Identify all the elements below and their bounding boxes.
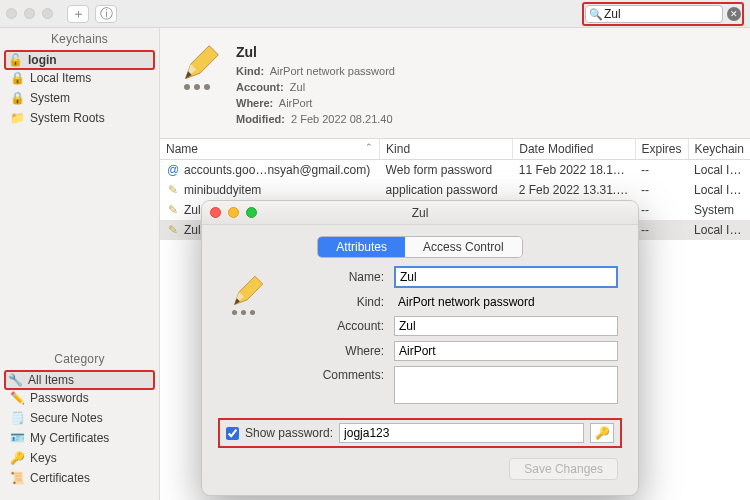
category-item-my-certificates[interactable]: 🪪My Certificates: [6, 428, 153, 448]
close-icon[interactable]: [6, 8, 17, 19]
kind-label: Kind:: [298, 295, 384, 309]
account-value: Zul: [290, 81, 305, 93]
table-row[interactable]: @accounts.goo…nsyah@gmail.com)Web form p…: [160, 160, 750, 181]
item-detail: Zul Kind: AirPort network password Accou…: [160, 28, 750, 138]
lock-icon: 🔓: [8, 53, 22, 67]
table-row[interactable]: ✎minibuddyitemapplication password2 Feb …: [160, 180, 750, 200]
password-field[interactable]: [339, 423, 584, 443]
keychain-item-local-items[interactable]: 🔒Local Items: [6, 68, 153, 88]
clear-search-icon[interactable]: ✕: [727, 7, 741, 21]
col-date[interactable]: Date Modified: [513, 139, 635, 160]
category-item-keys[interactable]: 🔑Keys: [6, 448, 153, 468]
zoom-icon[interactable]: [42, 8, 53, 19]
dialog-window-controls[interactable]: [210, 207, 257, 218]
cell-name: @accounts.goo…nsyah@gmail.com): [160, 160, 380, 181]
sidebar: Keychains 🔓login🔒Local Items🔒System📁Syst…: [0, 28, 160, 500]
category-item-all-items[interactable]: 🔧All Items: [4, 370, 155, 390]
name-input[interactable]: [394, 266, 618, 288]
keychain-item-system[interactable]: 🔒System: [6, 88, 153, 108]
cell-keychain: Local Item: [688, 220, 750, 240]
key-icon[interactable]: 🔑: [590, 423, 614, 443]
keychain-item-login[interactable]: 🔓login: [4, 50, 155, 70]
cell-keychain: Local Item: [688, 180, 750, 200]
close-icon[interactable]: [210, 207, 221, 218]
search-input[interactable]: [604, 7, 718, 21]
toolbar: ＋ ⓘ 🔍 ✕: [0, 0, 750, 28]
category-icon: 🔑: [10, 451, 24, 465]
show-password-checkbox[interactable]: [226, 427, 239, 440]
category-icon: 🗒️: [10, 411, 24, 425]
dialog-item-icon: [228, 273, 266, 311]
folder-icon: 📁: [10, 111, 24, 125]
category-item-certificates[interactable]: 📜Certificates: [6, 468, 153, 488]
show-password-row: Show password: 🔑: [218, 418, 622, 448]
account-label: Account:: [298, 319, 384, 333]
category-icon: 🪪: [10, 431, 24, 445]
window-controls[interactable]: [6, 8, 53, 19]
lock-icon: 🔒: [10, 71, 24, 85]
col-name[interactable]: Name⌃: [160, 139, 380, 160]
pencil-icon: ✎: [166, 223, 180, 237]
cell-keychain: Local Item: [688, 160, 750, 181]
sidebar-item-label: System Roots: [30, 111, 105, 125]
col-expires[interactable]: Expires: [635, 139, 688, 160]
cell-date: 2 Feb 2022 13.31.31: [513, 180, 635, 200]
item-title: Zul: [236, 42, 395, 62]
item-type-icon: [178, 42, 222, 86]
cell-kind: application password: [380, 180, 513, 200]
kind-value: AirPort network password: [270, 65, 395, 77]
where-label: Where:: [236, 97, 273, 109]
keychain-item-system-roots[interactable]: 📁System Roots: [6, 108, 153, 128]
modified-label: Modified:: [236, 113, 285, 125]
kind-value: [394, 293, 618, 311]
category-label: Certificates: [30, 471, 90, 485]
comments-label: Comments:: [298, 366, 384, 382]
table-header-row[interactable]: Name⌃ Kind Date Modified Expires Keychai…: [160, 139, 750, 160]
where-label: Where:: [298, 344, 384, 358]
category-label: Secure Notes: [30, 411, 103, 425]
tab-attributes[interactable]: Attributes: [318, 237, 405, 257]
cell-expires: --: [635, 220, 688, 240]
toolbar-buttons: ＋ ⓘ: [67, 5, 117, 23]
cell-expires: --: [635, 160, 688, 181]
category-item-secure-notes[interactable]: 🗒️Secure Notes: [6, 408, 153, 428]
keychains-header: Keychains: [0, 28, 159, 50]
show-password-label: Show password:: [245, 426, 333, 440]
name-label: Name:: [298, 270, 384, 284]
category-label: Passwords: [30, 391, 89, 405]
sidebar-item-label: login: [28, 53, 57, 67]
pencil-icon: ✎: [166, 183, 180, 197]
sidebar-item-label: System: [30, 91, 70, 105]
tab-access-control[interactable]: Access Control: [405, 237, 522, 257]
category-header: Category: [0, 348, 159, 370]
cell-keychain: System: [688, 200, 750, 220]
category-label: Keys: [30, 451, 57, 465]
search-field-highlight: 🔍 ✕: [582, 2, 744, 26]
col-keychain[interactable]: Keychain: [688, 139, 750, 160]
info-button[interactable]: ⓘ: [95, 5, 117, 23]
sidebar-item-label: Local Items: [30, 71, 91, 85]
cell-expires: --: [635, 200, 688, 220]
minimize-icon[interactable]: [228, 207, 239, 218]
cell-expires: --: [635, 180, 688, 200]
tab-bar: Attributes Access Control: [202, 236, 638, 258]
category-label: All Items: [28, 373, 74, 387]
where-input[interactable]: [394, 341, 618, 361]
account-input[interactable]: [394, 316, 618, 336]
cell-name: ✎minibuddyitem: [160, 180, 380, 200]
save-changes-button: Save Changes: [509, 458, 618, 480]
search-field[interactable]: 🔍: [585, 5, 723, 23]
cell-date: 11 Feb 2022 18.15.10: [513, 160, 635, 181]
lock-icon: 🔒: [10, 91, 24, 105]
category-item-passwords[interactable]: ✏️Passwords: [6, 388, 153, 408]
at-icon: @: [166, 163, 180, 177]
add-button[interactable]: ＋: [67, 5, 89, 23]
zoom-icon[interactable]: [246, 207, 257, 218]
category-label: My Certificates: [30, 431, 109, 445]
where-value: AirPort: [279, 97, 313, 109]
col-kind[interactable]: Kind: [380, 139, 513, 160]
cell-kind: Web form password: [380, 160, 513, 181]
modified-value: 2 Feb 2022 08.21.40: [291, 113, 393, 125]
minimize-icon[interactable]: [24, 8, 35, 19]
comments-input[interactable]: [394, 366, 618, 404]
